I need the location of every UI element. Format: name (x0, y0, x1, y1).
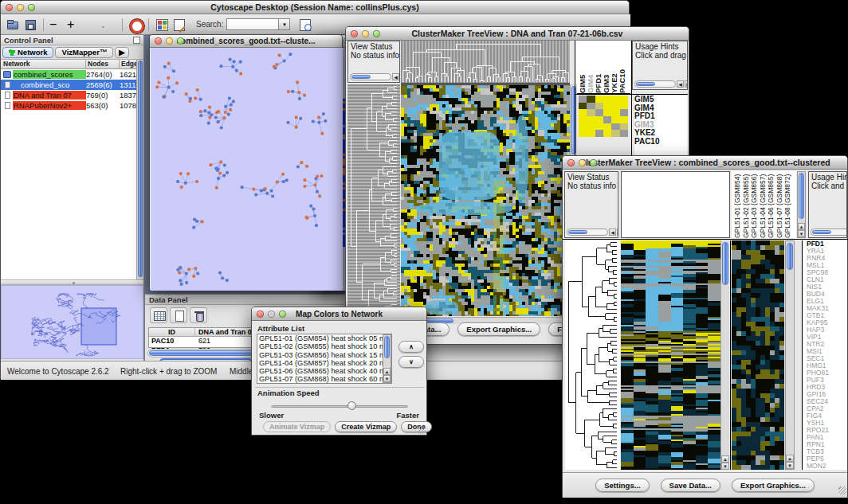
open-folder-icon[interactable] (6, 18, 20, 32)
col-header-network[interactable]: Network (1, 60, 86, 68)
panel-tab[interactable]: Network (2, 47, 53, 58)
gene-label[interactable]: GIM5 (634, 96, 687, 104)
search-dropdown-button[interactable]: ▼ (279, 18, 290, 30)
column-dendrogram[interactable] (621, 171, 730, 238)
attribute-item[interactable]: GPL51-04 (GSM857) heat shock 20 min (259, 359, 391, 367)
global-view[interactable] (732, 240, 784, 470)
close-button[interactable] (155, 37, 162, 45)
close-button[interactable] (351, 30, 358, 37)
attribute-search-icon[interactable] (298, 18, 312, 32)
titlebar[interactable]: ClusterMaker TreeView : combined_scores_… (563, 156, 847, 170)
column-label[interactable]: GPL51-06 (GSM865) (767, 173, 775, 238)
panel-scrollbar[interactable]: ◀▶ (567, 228, 618, 236)
search-input[interactable] (226, 18, 279, 30)
slider-thumb[interactable] (347, 401, 356, 410)
close-button[interactable] (567, 159, 575, 166)
attribute-list[interactable]: GPL51-01 (GSM854) heat shock 05 minGPL51… (257, 334, 392, 384)
column-label[interactable]: PFD1 (595, 42, 603, 93)
zoom-view-heatmap[interactable] (579, 96, 628, 137)
column-label[interactable]: GIM4 (587, 42, 595, 93)
labels-vscrollbar[interactable]: ▲ ▼ (797, 171, 806, 238)
attribute-item[interactable]: GPL51-01 (GSM854) heat shock 05 min (259, 334, 391, 342)
column-label[interactable]: GPL51-04 (GSM857) (759, 173, 768, 238)
column-label[interactable]: GPL51-01 (GSM854) (733, 173, 742, 238)
move-up-button[interactable]: ∧ (398, 341, 424, 353)
column-label[interactable]: GIM3 (603, 42, 610, 93)
annotation-icon[interactable] (172, 18, 186, 32)
column-label[interactable]: PAC10 (618, 42, 626, 93)
panel-tab[interactable]: VizMapper™ (55, 47, 113, 58)
id-column-header[interactable]: ID (149, 328, 195, 336)
treeview-button[interactable]: Export Graphics... (457, 322, 540, 336)
control-panel-scrollbar[interactable] (136, 60, 143, 279)
gene-label[interactable]: PFD1 (634, 112, 687, 121)
treeview-button[interactable]: Save Data... (661, 479, 720, 492)
sep-bar[interactable] (148, 18, 149, 31)
attribute-item[interactable]: GPL51-07 (GSM868) heat shock 60 min (259, 375, 391, 383)
zoom-selected-icon[interactable] (102, 18, 116, 32)
attribute-item[interactable]: GPL51-06 (GSM865) heat shock 40 min (259, 367, 391, 375)
minimize-button[interactable] (166, 37, 173, 45)
resize-grip[interactable] (838, 486, 846, 494)
animation-speed-slider[interactable] (271, 401, 408, 411)
heatmap-vscrollbar[interactable]: ▲ ▼ (720, 240, 729, 470)
float-panel-icon[interactable] (133, 37, 140, 44)
column-label[interactable]: GPL51-03 (GSM856) (750, 173, 759, 238)
column-dendrogram[interactable] (401, 41, 570, 84)
attribute-item[interactable]: GPL51-03 (GSM856) heat shock 15 min (259, 351, 391, 359)
network-row[interactable]: DNA and Tran 07 769(0) 183728(0) (1, 90, 143, 100)
column-label[interactable]: GPL51-02 (GSM855) (742, 173, 751, 238)
treeview-button[interactable]: Settings... (595, 479, 649, 492)
panel-divider[interactable] (1, 279, 143, 285)
titlebar[interactable]: combined_scores_good.txt--cluste... (150, 35, 342, 48)
global-vscrollbar[interactable]: ▲ ▼ (785, 240, 795, 470)
column-label[interactable]: YKE2 (610, 42, 618, 93)
zoom-button[interactable] (590, 159, 597, 166)
panel-scrollbar[interactable] (811, 228, 847, 236)
grid-icon[interactable] (150, 307, 167, 323)
attribute-item[interactable]: GPL51-02 (GSM855) heat shock 10 min (259, 342, 391, 350)
column-label[interactable]: GPL51-07 (GSM868) (775, 173, 784, 238)
dialog-button[interactable]: Done (401, 421, 432, 432)
gene-label[interactable]: PAC10 (634, 138, 687, 147)
resize-grip[interactable] (418, 426, 426, 434)
treeview-button[interactable]: Export Graphics... (732, 479, 815, 492)
delete-icon[interactable] (190, 307, 207, 323)
close-button[interactable] (6, 4, 13, 11)
zoom-fit-icon[interactable] (84, 18, 99, 32)
minimize-button[interactable] (268, 311, 275, 318)
column-label[interactable]: GPL51-08 (GSM872) (783, 173, 792, 238)
network-overview[interactable] (1, 285, 143, 359)
zoom-out-icon[interactable] (49, 18, 64, 32)
zoom-button[interactable] (28, 4, 35, 11)
titlebar[interactable]: ClusterMaker TreeView : DNA and Tran 07-… (346, 27, 689, 41)
sep-bar[interactable] (122, 18, 123, 31)
panel-scrollbar[interactable]: ◀▶ (634, 80, 688, 88)
dialog-button[interactable]: Animate Vizmap (263, 421, 331, 432)
move-down-button[interactable]: ∨ (398, 356, 424, 368)
panel-scrollbar[interactable]: ◀▶ (350, 72, 400, 80)
zoom-button[interactable] (373, 30, 380, 37)
network-row[interactable]: combined_scores 2764(0) 16218(0) (1, 69, 143, 80)
heatmap-main[interactable] (621, 240, 720, 470)
close-button[interactable] (257, 311, 264, 318)
zoom-button[interactable] (177, 37, 184, 45)
save-icon[interactable] (23, 18, 37, 32)
gene-label[interactable]: YKE2 (634, 129, 687, 138)
heatmap-main[interactable] (401, 84, 570, 316)
sep-bar[interactable] (43, 18, 44, 31)
row-dendrogram[interactable] (347, 84, 400, 316)
dialog-button[interactable]: Create Vizmap (335, 421, 397, 432)
row-dendrogram[interactable] (565, 240, 620, 470)
help-lifesaver-icon[interactable] (128, 18, 143, 32)
new-doc-icon[interactable] (170, 307, 187, 323)
col-header-nodes[interactable]: Nodes (86, 60, 120, 68)
vizmapper-palette-icon[interactable] (155, 18, 169, 32)
network-canvas[interactable] (151, 48, 343, 291)
panel-tab[interactable]: ▶ (115, 47, 128, 58)
minimize-button[interactable] (17, 4, 24, 11)
network-row[interactable]: RNAPuberNov2+ 563(0) 107847(0) (1, 100, 143, 111)
network-row[interactable]: combined_sco 2569(6) 13112(15) (1, 80, 143, 90)
titlebar[interactable]: Cytoscape Desktop (Session Name: collins… (1, 1, 629, 14)
gene-label[interactable]: MON2 (807, 463, 847, 470)
